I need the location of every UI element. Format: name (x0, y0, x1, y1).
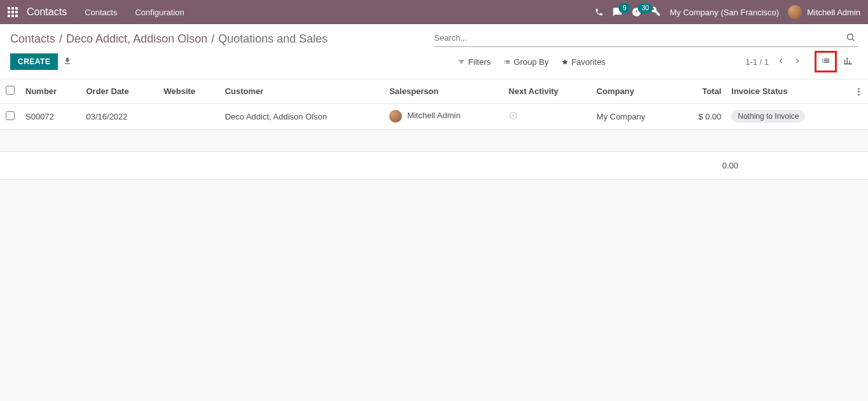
header-order-date[interactable]: Order Date (81, 79, 158, 104)
clock-icon (509, 112, 518, 122)
svg-rect-3 (8, 11, 10, 13)
row-checkbox[interactable] (6, 111, 15, 120)
chevron-right-icon (793, 57, 802, 65)
data-table: Number Order Date Website Customer Sales… (0, 79, 868, 180)
nav-configuration[interactable]: Configuration (135, 8, 184, 17)
company-selector[interactable]: My Company (San Francisco) (670, 8, 779, 17)
cell-order-date: 03/16/2022 (81, 104, 158, 130)
header-company[interactable]: Company (591, 79, 678, 104)
app-title[interactable]: Contacts (27, 6, 67, 18)
cell-company: My Company (591, 104, 678, 130)
svg-rect-1 (11, 7, 14, 10)
pager-next[interactable] (789, 54, 806, 70)
svg-rect-6 (8, 15, 10, 17)
graph-view-button[interactable] (838, 51, 858, 72)
list-icon (504, 58, 511, 65)
header-invoice-status[interactable]: Invoice Status (726, 79, 850, 104)
header-salesperson[interactable]: Salesperson (384, 79, 503, 104)
cell-website (158, 104, 219, 130)
breadcrumb-contact[interactable]: Deco Addict, Addison Olson (66, 32, 207, 46)
svg-rect-5 (15, 11, 18, 13)
cell-customer: Deco Addict, Addison Olson (220, 104, 385, 130)
pager-prev[interactable] (773, 54, 789, 70)
nav-contacts[interactable]: Contacts (85, 8, 117, 17)
cell-invoice-status: Nothing to Invoice (726, 104, 850, 130)
star-icon (561, 58, 568, 65)
avatar-icon (788, 5, 802, 19)
create-button[interactable]: CREATE (10, 53, 58, 70)
messages-icon[interactable]: 9 (612, 7, 623, 17)
header-total[interactable]: Total (678, 79, 726, 104)
chevron-left-icon (776, 57, 785, 65)
list-view-icon (821, 56, 830, 65)
cell-total: $ 0.00 (678, 104, 726, 130)
search-icon[interactable] (846, 32, 855, 44)
svg-rect-0 (8, 7, 10, 10)
list-view-button[interactable] (815, 51, 837, 72)
user-menu[interactable]: Mitchell Admin (788, 5, 860, 19)
user-name: Mitchell Admin (807, 8, 860, 17)
control-panel: Contacts / Deco Addict, Addison Olson / … (0, 24, 868, 79)
header-customer[interactable]: Customer (220, 79, 385, 104)
export-button[interactable] (58, 53, 77, 71)
activities-badge: 30 (638, 3, 652, 13)
svg-rect-2 (15, 7, 18, 10)
salesperson-avatar-icon (389, 110, 402, 123)
select-all-checkbox[interactable] (6, 86, 15, 95)
phone-icon[interactable] (595, 8, 603, 17)
footer-total: 0.00 (684, 161, 738, 170)
funnel-icon (458, 58, 465, 65)
svg-line-10 (852, 39, 854, 41)
bar-chart-icon (843, 56, 853, 65)
table-row[interactable]: S00072 03/16/2022 Deco Addict, Addison O… (0, 104, 868, 130)
pager-text[interactable]: 1-1 / 1 (745, 57, 769, 67)
header-number[interactable]: Number (20, 79, 81, 104)
messages-badge: 9 (619, 3, 630, 13)
top-nav: Contacts Configuration (85, 8, 184, 17)
activities-icon[interactable]: 30 (631, 7, 642, 17)
breadcrumb-current: Quotations and Sales (218, 32, 327, 46)
search-input[interactable] (434, 31, 858, 45)
filters-button[interactable]: Filters (458, 57, 490, 67)
svg-rect-4 (11, 11, 14, 13)
apps-icon[interactable] (8, 7, 18, 17)
top-bar: Contacts Contacts Configuration 9 30 My … (0, 0, 868, 24)
cell-next-activity[interactable] (504, 104, 591, 130)
header-next-activity[interactable]: Next Activity (504, 79, 591, 104)
breadcrumb-root[interactable]: Contacts (10, 32, 55, 46)
cell-salesperson: Mitchell Admin (384, 104, 503, 130)
favorites-button[interactable]: Favorites (561, 57, 605, 67)
status-badge: Nothing to Invoice (731, 110, 805, 123)
header-website[interactable]: Website (158, 79, 219, 104)
groupby-button[interactable]: Group By (504, 57, 549, 67)
svg-rect-7 (11, 15, 14, 17)
breadcrumb: Contacts / Deco Addict, Addison Olson / … (10, 32, 434, 46)
columns-menu[interactable]: ⋮ (850, 79, 868, 104)
svg-point-9 (848, 34, 853, 39)
table-footer: 0.00 (0, 151, 868, 180)
cell-number: S00072 (20, 104, 81, 130)
svg-rect-8 (15, 15, 18, 17)
